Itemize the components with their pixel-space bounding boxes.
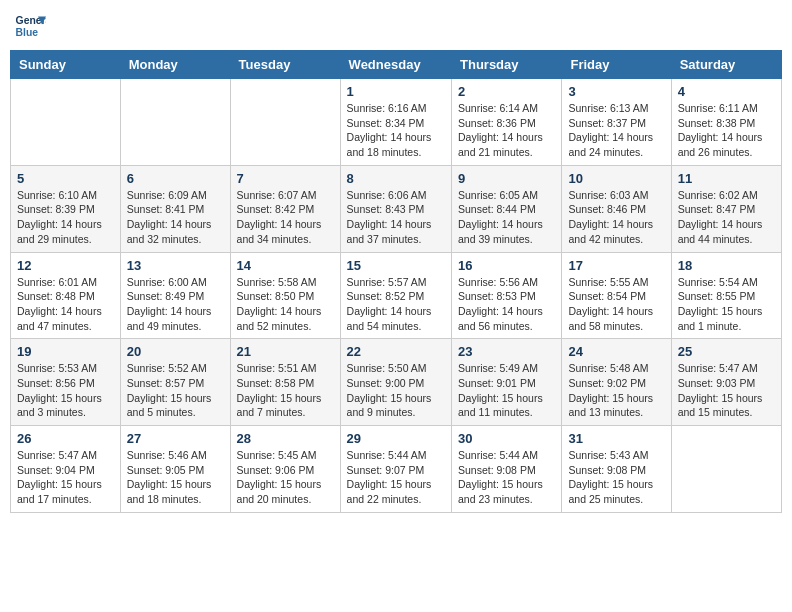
- column-header-sunday: Sunday: [11, 51, 121, 79]
- calendar-cell: 17Sunrise: 5:55 AM Sunset: 8:54 PM Dayli…: [562, 252, 671, 339]
- day-number: 20: [127, 344, 224, 359]
- calendar-week-row: 19Sunrise: 5:53 AM Sunset: 8:56 PM Dayli…: [11, 339, 782, 426]
- day-info: Sunrise: 5:54 AM Sunset: 8:55 PM Dayligh…: [678, 275, 775, 334]
- calendar-week-row: 1Sunrise: 6:16 AM Sunset: 8:34 PM Daylig…: [11, 79, 782, 166]
- day-number: 25: [678, 344, 775, 359]
- day-number: 9: [458, 171, 555, 186]
- calendar-cell: 14Sunrise: 5:58 AM Sunset: 8:50 PM Dayli…: [230, 252, 340, 339]
- day-info: Sunrise: 5:47 AM Sunset: 9:03 PM Dayligh…: [678, 361, 775, 420]
- day-number: 28: [237, 431, 334, 446]
- calendar-cell: 5Sunrise: 6:10 AM Sunset: 8:39 PM Daylig…: [11, 165, 121, 252]
- day-info: Sunrise: 6:10 AM Sunset: 8:39 PM Dayligh…: [17, 188, 114, 247]
- calendar-cell: 1Sunrise: 6:16 AM Sunset: 8:34 PM Daylig…: [340, 79, 451, 166]
- day-number: 27: [127, 431, 224, 446]
- day-info: Sunrise: 6:07 AM Sunset: 8:42 PM Dayligh…: [237, 188, 334, 247]
- calendar-cell: 10Sunrise: 6:03 AM Sunset: 8:46 PM Dayli…: [562, 165, 671, 252]
- day-info: Sunrise: 5:46 AM Sunset: 9:05 PM Dayligh…: [127, 448, 224, 507]
- day-number: 8: [347, 171, 445, 186]
- day-number: 3: [568, 84, 664, 99]
- day-info: Sunrise: 5:44 AM Sunset: 9:08 PM Dayligh…: [458, 448, 555, 507]
- calendar-cell: [11, 79, 121, 166]
- column-header-thursday: Thursday: [452, 51, 562, 79]
- day-info: Sunrise: 5:53 AM Sunset: 8:56 PM Dayligh…: [17, 361, 114, 420]
- calendar-cell: 28Sunrise: 5:45 AM Sunset: 9:06 PM Dayli…: [230, 426, 340, 513]
- calendar-cell: 7Sunrise: 6:07 AM Sunset: 8:42 PM Daylig…: [230, 165, 340, 252]
- calendar-cell: 16Sunrise: 5:56 AM Sunset: 8:53 PM Dayli…: [452, 252, 562, 339]
- day-number: 14: [237, 258, 334, 273]
- calendar-cell: 20Sunrise: 5:52 AM Sunset: 8:57 PM Dayli…: [120, 339, 230, 426]
- calendar-cell: 18Sunrise: 5:54 AM Sunset: 8:55 PM Dayli…: [671, 252, 781, 339]
- column-header-wednesday: Wednesday: [340, 51, 451, 79]
- calendar-week-row: 12Sunrise: 6:01 AM Sunset: 8:48 PM Dayli…: [11, 252, 782, 339]
- calendar-week-row: 5Sunrise: 6:10 AM Sunset: 8:39 PM Daylig…: [11, 165, 782, 252]
- day-info: Sunrise: 5:47 AM Sunset: 9:04 PM Dayligh…: [17, 448, 114, 507]
- calendar-cell: 11Sunrise: 6:02 AM Sunset: 8:47 PM Dayli…: [671, 165, 781, 252]
- day-info: Sunrise: 6:00 AM Sunset: 8:49 PM Dayligh…: [127, 275, 224, 334]
- day-number: 1: [347, 84, 445, 99]
- day-info: Sunrise: 6:05 AM Sunset: 8:44 PM Dayligh…: [458, 188, 555, 247]
- day-info: Sunrise: 6:16 AM Sunset: 8:34 PM Dayligh…: [347, 101, 445, 160]
- day-number: 7: [237, 171, 334, 186]
- calendar-cell: 19Sunrise: 5:53 AM Sunset: 8:56 PM Dayli…: [11, 339, 121, 426]
- day-number: 6: [127, 171, 224, 186]
- calendar-cell: 27Sunrise: 5:46 AM Sunset: 9:05 PM Dayli…: [120, 426, 230, 513]
- day-info: Sunrise: 5:44 AM Sunset: 9:07 PM Dayligh…: [347, 448, 445, 507]
- calendar-cell: 12Sunrise: 6:01 AM Sunset: 8:48 PM Dayli…: [11, 252, 121, 339]
- day-number: 23: [458, 344, 555, 359]
- column-header-saturday: Saturday: [671, 51, 781, 79]
- day-number: 30: [458, 431, 555, 446]
- calendar-cell: 2Sunrise: 6:14 AM Sunset: 8:36 PM Daylig…: [452, 79, 562, 166]
- calendar-cell: 21Sunrise: 5:51 AM Sunset: 8:58 PM Dayli…: [230, 339, 340, 426]
- column-header-tuesday: Tuesday: [230, 51, 340, 79]
- calendar-table: SundayMondayTuesdayWednesdayThursdayFrid…: [10, 50, 782, 513]
- day-info: Sunrise: 5:52 AM Sunset: 8:57 PM Dayligh…: [127, 361, 224, 420]
- day-info: Sunrise: 5:57 AM Sunset: 8:52 PM Dayligh…: [347, 275, 445, 334]
- day-number: 12: [17, 258, 114, 273]
- calendar-cell: 9Sunrise: 6:05 AM Sunset: 8:44 PM Daylig…: [452, 165, 562, 252]
- day-number: 26: [17, 431, 114, 446]
- calendar-cell: 24Sunrise: 5:48 AM Sunset: 9:02 PM Dayli…: [562, 339, 671, 426]
- calendar-cell: 6Sunrise: 6:09 AM Sunset: 8:41 PM Daylig…: [120, 165, 230, 252]
- day-info: Sunrise: 6:14 AM Sunset: 8:36 PM Dayligh…: [458, 101, 555, 160]
- day-number: 11: [678, 171, 775, 186]
- day-number: 17: [568, 258, 664, 273]
- logo: General Blue: [14, 10, 50, 42]
- day-number: 16: [458, 258, 555, 273]
- day-info: Sunrise: 5:51 AM Sunset: 8:58 PM Dayligh…: [237, 361, 334, 420]
- calendar-cell: 15Sunrise: 5:57 AM Sunset: 8:52 PM Dayli…: [340, 252, 451, 339]
- calendar-cell: 26Sunrise: 5:47 AM Sunset: 9:04 PM Dayli…: [11, 426, 121, 513]
- day-number: 19: [17, 344, 114, 359]
- calendar-cell: 3Sunrise: 6:13 AM Sunset: 8:37 PM Daylig…: [562, 79, 671, 166]
- calendar-cell: 29Sunrise: 5:44 AM Sunset: 9:07 PM Dayli…: [340, 426, 451, 513]
- column-header-friday: Friday: [562, 51, 671, 79]
- calendar-cell: 13Sunrise: 6:00 AM Sunset: 8:49 PM Dayli…: [120, 252, 230, 339]
- day-number: 31: [568, 431, 664, 446]
- day-number: 18: [678, 258, 775, 273]
- day-number: 10: [568, 171, 664, 186]
- calendar-cell: 23Sunrise: 5:49 AM Sunset: 9:01 PM Dayli…: [452, 339, 562, 426]
- day-info: Sunrise: 5:43 AM Sunset: 9:08 PM Dayligh…: [568, 448, 664, 507]
- column-header-monday: Monday: [120, 51, 230, 79]
- calendar-cell: 22Sunrise: 5:50 AM Sunset: 9:00 PM Dayli…: [340, 339, 451, 426]
- calendar-cell: [120, 79, 230, 166]
- day-info: Sunrise: 6:03 AM Sunset: 8:46 PM Dayligh…: [568, 188, 664, 247]
- calendar-cell: 30Sunrise: 5:44 AM Sunset: 9:08 PM Dayli…: [452, 426, 562, 513]
- day-info: Sunrise: 6:13 AM Sunset: 8:37 PM Dayligh…: [568, 101, 664, 160]
- day-info: Sunrise: 6:02 AM Sunset: 8:47 PM Dayligh…: [678, 188, 775, 247]
- svg-text:Blue: Blue: [16, 27, 39, 38]
- logo-icon: General Blue: [14, 10, 46, 42]
- day-number: 15: [347, 258, 445, 273]
- calendar-cell: 25Sunrise: 5:47 AM Sunset: 9:03 PM Dayli…: [671, 339, 781, 426]
- calendar-cell: [671, 426, 781, 513]
- day-number: 22: [347, 344, 445, 359]
- day-number: 4: [678, 84, 775, 99]
- page-header: General Blue: [10, 10, 782, 42]
- calendar-week-row: 26Sunrise: 5:47 AM Sunset: 9:04 PM Dayli…: [11, 426, 782, 513]
- calendar-header-row: SundayMondayTuesdayWednesdayThursdayFrid…: [11, 51, 782, 79]
- day-info: Sunrise: 5:45 AM Sunset: 9:06 PM Dayligh…: [237, 448, 334, 507]
- day-info: Sunrise: 6:09 AM Sunset: 8:41 PM Dayligh…: [127, 188, 224, 247]
- day-number: 24: [568, 344, 664, 359]
- day-info: Sunrise: 5:56 AM Sunset: 8:53 PM Dayligh…: [458, 275, 555, 334]
- day-info: Sunrise: 6:01 AM Sunset: 8:48 PM Dayligh…: [17, 275, 114, 334]
- day-info: Sunrise: 5:58 AM Sunset: 8:50 PM Dayligh…: [237, 275, 334, 334]
